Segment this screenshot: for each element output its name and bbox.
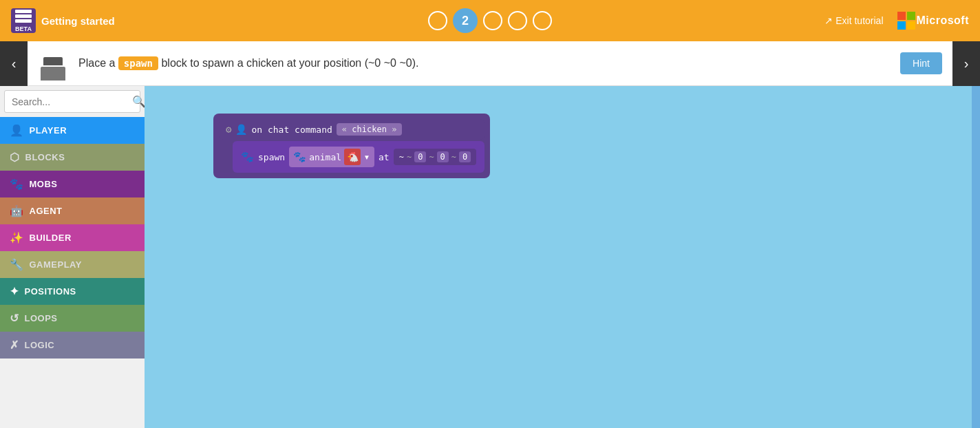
animal-icon[interactable]: 🐔 (344, 149, 361, 165)
spawn-label: spawn (258, 152, 285, 162)
spawn-block[interactable]: 🐾 spawn 🐾 animal 🐔 ▼ at ~ ~ 0 ~ 0 (233, 141, 484, 173)
sidebar-label-builder: BUILDER (30, 233, 72, 243)
animal-label: animal (309, 152, 341, 162)
coord-z[interactable]: 0 (459, 151, 471, 162)
sidebar-label-logic: LOGIC (25, 340, 55, 350)
building-top (43, 57, 63, 65)
step-2[interactable]: 2 (453, 8, 478, 33)
sidebar-label-player: PLAYER (30, 125, 67, 136)
search-input[interactable] (12, 96, 132, 107)
ms-red-square (897, 12, 906, 20)
agent-icon: 🤖 (10, 204, 24, 217)
step-3[interactable] (483, 11, 502, 30)
chat-block-wrap: ⚙ 👤 on chat command « chicken » 🐾 spawn … (213, 114, 490, 178)
blocks-icon: ⬡ (10, 151, 20, 164)
spawn-badge: spawn (118, 56, 158, 70)
logic-icon: ✗ (10, 339, 19, 352)
quote-left: « (342, 125, 347, 134)
ms-blue-square (897, 21, 906, 30)
person-icon: 👤 (235, 124, 247, 135)
ms-yellow-square (907, 21, 915, 30)
logo-icon: BETA (11, 8, 36, 33)
sidebar: 🔍 👤 PLAYER ⬡ BLOCKS 🐾 MOBS 🤖 AGENT ✨ BUI… (0, 86, 145, 428)
coord-x[interactable]: 0 (414, 151, 426, 162)
exit-label: Exit tutorial (835, 15, 883, 26)
step-indicators: 2 (428, 8, 552, 33)
instruction-bar: ‹ Place a spawn block to spawn a chicken… (0, 41, 980, 86)
separator3: ~ (451, 152, 456, 162)
on-chat-command-label: on chat command (251, 125, 332, 135)
text-before: Place a (78, 57, 118, 69)
building-icon (36, 46, 70, 81)
nav-next-button[interactable]: › (952, 41, 980, 86)
on-chat-command-block[interactable]: ⚙ 👤 on chat command « chicken » (219, 119, 484, 140)
sidebar-label-loops: LOOPS (25, 313, 58, 323)
hint-button[interactable]: Hint (900, 52, 942, 74)
step-5[interactable] (533, 11, 552, 30)
sidebar-item-loops[interactable]: ↺ LOOPS (0, 305, 145, 332)
step-1[interactable] (428, 11, 447, 30)
gameplay-icon: 🔧 (10, 258, 24, 271)
instruction-text: Place a spawn block to spawn a chicken a… (78, 57, 980, 69)
step-4[interactable] (508, 11, 527, 30)
sidebar-label-blocks: BLOCKS (25, 152, 65, 162)
sidebar-item-gameplay[interactable]: 🔧 GAMEPLAY (0, 251, 145, 278)
sidebar-item-logic[interactable]: ✗ LOGIC (0, 332, 145, 359)
beta-label: BETA (15, 25, 32, 32)
building-bottom (41, 67, 65, 81)
header-title: Getting started (41, 15, 115, 27)
sidebar-label-positions: POSITIONS (25, 286, 76, 297)
sidebar-item-builder[interactable]: ✨ BUILDER (0, 224, 145, 251)
separator2: ~ (429, 152, 434, 162)
separator1: ~ (407, 152, 412, 162)
sidebar-item-agent[interactable]: 🤖 AGENT (0, 197, 145, 224)
text-after: block to spawn a chicken at your positio… (161, 57, 418, 69)
sidebar-label-agent: AGENT (30, 206, 63, 216)
tilde1: ~ (399, 152, 404, 162)
animal-selector[interactable]: 🐾 animal 🐔 ▼ (289, 147, 374, 167)
microsoft-label: Microsoft (917, 14, 970, 27)
search-icon: 🔍 (132, 95, 146, 108)
coord-y[interactable]: 0 (437, 151, 449, 162)
positions-icon: ✦ (10, 285, 19, 298)
exit-tutorial-button[interactable]: ↗ Exit tutorial (824, 15, 883, 26)
sidebar-item-blocks[interactable]: ⬡ BLOCKS (0, 144, 145, 171)
builder-icon: ✨ (10, 231, 24, 244)
sidebar-label-gameplay: GAMEPLAY (30, 259, 82, 270)
main-content: 🔍 👤 PLAYER ⬡ BLOCKS 🐾 MOBS 🤖 AGENT ✨ BUI… (0, 86, 980, 428)
header-right: ↗ Exit tutorial Microsoft (824, 12, 969, 30)
exit-icon: ↗ (824, 15, 833, 26)
block-area: ⚙ 👤 on chat command « chicken » 🐾 spawn … (213, 114, 490, 178)
at-label: at (379, 152, 390, 162)
ms-green-square (907, 12, 915, 20)
header: BETA Getting started 2 ↗ Exit tutorial M… (0, 0, 980, 41)
workspace-scrollbar[interactable] (972, 86, 980, 428)
gear-icon: ⚙ (226, 124, 231, 135)
logo-area: BETA Getting started (11, 8, 115, 33)
loops-icon: ↺ (10, 312, 19, 325)
sidebar-item-positions[interactable]: ✦ POSITIONS (0, 278, 145, 305)
dropdown-arrow-icon[interactable]: ▼ (363, 153, 370, 161)
workspace[interactable]: ⚙ 👤 on chat command « chicken » 🐾 spawn … (145, 86, 980, 428)
sidebar-label-mobs: MOBS (30, 179, 58, 189)
nav-prev-button[interactable]: ‹ (0, 41, 28, 86)
ms-grid-icon (897, 12, 915, 30)
mobs-icon: 🐾 (10, 178, 24, 191)
coordinates-block[interactable]: ~ ~ 0 ~ 0 ~ 0 (394, 149, 477, 165)
quote-right: » (392, 125, 396, 134)
search-bar[interactable]: 🔍 (4, 90, 140, 113)
player-icon: 👤 (10, 124, 24, 137)
paw2-icon: 🐾 (293, 151, 306, 163)
chat-string-block[interactable]: « chicken » (337, 123, 403, 136)
sidebar-item-mobs[interactable]: 🐾 MOBS (0, 171, 145, 197)
sidebar-item-player[interactable]: 👤 PLAYER (0, 117, 145, 144)
paw-icon: 🐾 (241, 151, 254, 163)
microsoft-logo: Microsoft (897, 12, 970, 30)
chat-command-value: chicken (352, 125, 387, 134)
